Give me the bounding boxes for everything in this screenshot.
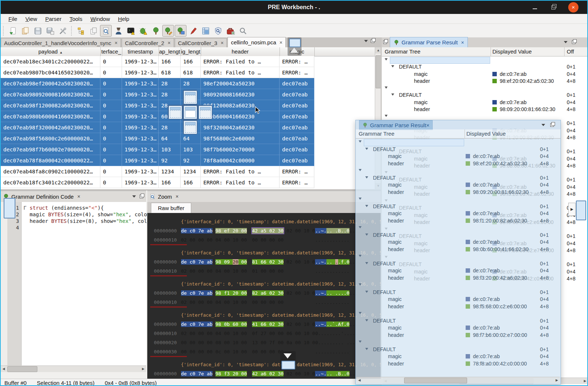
inspector-person-icon[interactable] <box>112 25 124 37</box>
table-row[interactable]: dec07eab98f7b60002e70000020…01969-12-3…1… <box>1 144 314 155</box>
expander-icon[interactable] <box>359 312 362 314</box>
close-icon[interactable]: × <box>115 40 118 46</box>
tab-cellinfo-nosim-pca[interactable]: cellinfo_nosim.pca× <box>228 37 286 47</box>
tree-node-row[interactable]: DEFAULT0+1 <box>356 346 561 353</box>
menu-tools[interactable]: Tools <box>66 16 86 22</box>
table-row[interactable]: dec07eab9807bc0441650230020…01969-12-3…6… <box>1 67 314 78</box>
tree-root-row[interactable] <box>356 139 561 146</box>
tree-field-row[interactable]: magicde:c0:7e:ab0+4 <box>356 210 561 217</box>
expander-icon[interactable] <box>365 319 368 321</box>
tree-sync-icon[interactable] <box>175 25 186 37</box>
expander-icon[interactable] <box>365 262 368 264</box>
tree-node-row[interactable]: DEFAULT0+1 <box>382 92 588 99</box>
float-pane-icon[interactable] <box>371 39 374 43</box>
drop-edge-right[interactable] <box>576 201 586 220</box>
expander-icon[interactable] <box>359 198 362 200</box>
zoom-panel-title[interactable]: Zoom × <box>147 191 381 202</box>
hex-row[interactable]: 0000001002 00 00 00 04 00 10 000f 27 00 … <box>147 331 381 339</box>
hex-row[interactable]: 00000000de c0 7e ab 98 09 20 0081 66 02 … <box>147 259 381 267</box>
tree-node-row[interactable]: DEFAULT0+1 <box>356 261 561 268</box>
save-as-icon[interactable] <box>44 25 56 37</box>
table-row[interactable]: dec07eab98f56800c2e60000020…01969-12-3…6… <box>1 133 314 144</box>
tree-field-row[interactable]: header98:ef:20:00:42:a5:02:304+8 <box>356 161 561 168</box>
table-row[interactable]: dec07eab98f3200042a60230020…01969-12-3…2… <box>1 122 314 133</box>
expander-icon[interactable] <box>365 176 368 179</box>
menu-parser[interactable]: Parser <box>41 16 65 22</box>
tree-field-row[interactable]: magicde:c0:7e:ab0+4 <box>382 99 588 106</box>
tree-field-row[interactable]: header78:f8:a0:00:42:c0:00:004+8 <box>356 361 561 368</box>
floating-tab[interactable]: Grammar Parse Result × <box>359 120 433 130</box>
expander-icon[interactable] <box>365 234 368 236</box>
column-header-timestamp[interactable]: timestamp <box>122 47 159 56</box>
tree-field-row[interactable]: header98:f3:20:00:42:a6:02:304+8 <box>356 275 561 282</box>
minimize-button[interactable] <box>530 3 540 12</box>
tree-node-row[interactable]: DEFAULT0+1 <box>356 175 561 182</box>
expander-icon[interactable] <box>365 291 368 293</box>
scroll-left-icon[interactable]: ◀ <box>356 377 362 383</box>
menu-window[interactable]: Window <box>86 16 114 22</box>
scroll-left-icon[interactable]: ◀ <box>1 366 7 372</box>
hex-row[interactable]: 00000000de c0 7e ab 98 0b 60 0041 66 02 … <box>147 321 381 330</box>
tree-structure-icon[interactable] <box>75 25 87 37</box>
float-pane-icon[interactable] <box>383 40 387 44</box>
close-button[interactable]: × <box>568 2 578 12</box>
copy-pages-icon[interactable] <box>88 25 99 37</box>
table-row[interactable]: dec07eab98ef200042a50230020…01969-12-3…2… <box>1 78 314 89</box>
tree-root-row[interactable] <box>356 196 561 203</box>
expander-icon[interactable] <box>365 348 368 350</box>
tree-root-row[interactable] <box>382 85 588 92</box>
tree-node-row[interactable]: DEFAULT0+1 <box>356 289 561 296</box>
toolbar-handle[interactable] <box>70 26 73 36</box>
terminal-warning-icon[interactable] <box>125 25 137 37</box>
table-row[interactable]: dec07eab78f8a00042c00000022…01969-12-3…9… <box>1 155 314 166</box>
col-grammar-tree[interactable]: Grammar Tree <box>385 47 421 56</box>
dock-dropdown-icon[interactable] <box>564 41 567 43</box>
expander-icon[interactable] <box>385 87 388 89</box>
expander-icon[interactable] <box>385 115 388 117</box>
toolbox-icon[interactable] <box>225 25 236 37</box>
shield-search-icon[interactable] <box>212 25 224 37</box>
tab-grammar-parse-result[interactable]: Grammar Parse Result × <box>390 37 468 47</box>
tree-root-row[interactable] <box>382 57 588 64</box>
expander-icon[interactable] <box>359 341 362 343</box>
col-offset[interactable]: Off <box>567 47 574 56</box>
drop-edge-right-arrow[interactable]: ▶ <box>568 203 576 216</box>
tree-root-row[interactable] <box>356 339 561 346</box>
tree-field-row[interactable]: magicde:c0:7e:ab0+4 <box>356 239 561 246</box>
expander-icon[interactable] <box>359 169 362 171</box>
tree-field-row[interactable]: header98:09:20:00:81:66:02:304+8 <box>382 106 588 113</box>
close-icon[interactable]: × <box>167 40 170 46</box>
drop-edge-bottom[interactable] <box>280 351 296 370</box>
expander-icon[interactable] <box>385 58 388 60</box>
dock-float-icon[interactable] <box>572 40 576 44</box>
hex-row[interactable]: 0000002000 00 00 00 08 00 10 0013 00 7f … <box>147 340 381 348</box>
tools-icon[interactable] <box>57 25 69 37</box>
drop-left-target[interactable] <box>169 106 182 119</box>
menu-view[interactable]: View <box>21 16 41 22</box>
close-icon[interactable]: × <box>175 194 178 199</box>
search-icon[interactable] <box>237 25 249 37</box>
grid-window-icon[interactable] <box>200 25 211 37</box>
column-header-aplengt[interactable]: ap_lengt <box>159 47 181 56</box>
hex-row[interactable]: 00000000de c0 7e ab 98 f1 20 0082 a6 02 … <box>147 290 381 298</box>
close-icon[interactable]: × <box>461 40 464 45</box>
close-icon[interactable]: × <box>221 40 223 46</box>
hex-row[interactable]: 00000000de c0 7e ab 98 ef 20 0042 a5 02 … <box>147 228 381 236</box>
parse-tree-icon[interactable] <box>150 25 162 37</box>
tree-root-row[interactable] <box>356 253 561 260</box>
tree-edit-icon[interactable] <box>162 25 174 37</box>
hex-row[interactable]: 00000000de c0 7e ab 98 f3 20 0042 a6 02 … <box>147 371 381 379</box>
close-icon[interactable]: × <box>426 122 429 128</box>
close-icon[interactable]: × <box>280 40 282 45</box>
tree-field-row[interactable]: header98:f7:b6:00:02:e7:00:004+8 <box>356 332 561 339</box>
tab-raw-buffer[interactable]: Raw buffer <box>151 203 191 213</box>
tree-root-row[interactable] <box>356 282 561 289</box>
expander-icon[interactable] <box>365 148 368 150</box>
tree-node-row[interactable]: DEFAULT0+1 <box>356 232 561 239</box>
table-row[interactable]: dec07eab980b600041660230020…01969-12-3…6… <box>1 111 314 122</box>
expander-icon[interactable] <box>365 205 368 207</box>
drop-edge-top[interactable] <box>288 37 302 56</box>
menu-help[interactable]: Help <box>114 16 133 22</box>
close-icon[interactable]: × <box>77 194 80 199</box>
tree-root-row[interactable] <box>356 168 561 174</box>
